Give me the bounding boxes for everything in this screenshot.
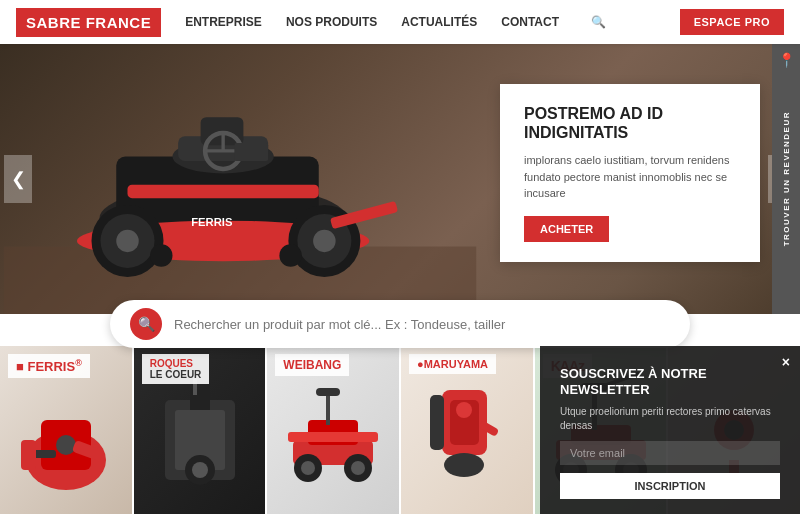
svg-point-49 — [456, 402, 472, 418]
svg-rect-6 — [128, 185, 319, 199]
brand-ferris-image — [11, 360, 121, 500]
newsletter-email-input[interactable] — [560, 441, 780, 465]
newsletter-description: Utque proeliorium periti rectores primo … — [560, 405, 780, 433]
espace-pro-button[interactable]: ESPACE PRO — [680, 9, 784, 35]
brand-weibang-logo: WEIBANG — [275, 354, 349, 376]
hero-prev-button[interactable]: ❮ — [4, 155, 32, 203]
header: SABRE FRANCE ENTREPRISE NOS PRODUITS ACT… — [0, 0, 800, 44]
newsletter-submit-button[interactable]: INSCRIPTION — [560, 473, 780, 499]
hero-description: implorans caelo iustitiam, torvum renide… — [524, 152, 736, 202]
acheter-button[interactable]: ACHETER — [524, 216, 609, 242]
mower-svg: FERRIS — [0, 44, 480, 314]
svg-point-32 — [192, 462, 208, 478]
search-input[interactable] — [174, 317, 670, 332]
brand-roques[interactable]: ROQUESLE COEUR — [134, 346, 268, 514]
revendeur-strip[interactable]: 📍 TROUVER UN REVENDEUR — [772, 44, 800, 314]
svg-point-14 — [150, 244, 173, 267]
revendeur-label: TROUVER UN REVENDEUR — [782, 111, 791, 246]
svg-text:FERRIS: FERRIS — [191, 216, 233, 228]
svg-rect-21 — [234, 143, 268, 161]
search-bar-wrapper: 🔍 — [110, 300, 690, 348]
brand-maruyama-image — [412, 360, 522, 500]
svg-rect-43 — [288, 432, 378, 442]
svg-point-13 — [313, 230, 336, 253]
logo[interactable]: SABRE FRANCE — [16, 8, 161, 37]
newsletter-title: SOUSCRIVEZ À NOTRE NEWSLETTER — [560, 366, 780, 397]
brand-roques-logo: ROQUESLE COEUR — [142, 354, 210, 384]
search-icon-button[interactable]: 🔍 — [130, 308, 162, 340]
search-icon: 🔍 — [138, 316, 155, 332]
brand-weibang[interactable]: WEIBANG — [267, 346, 401, 514]
brand-weibang-image — [278, 360, 388, 500]
svg-point-25 — [56, 435, 76, 455]
svg-rect-28 — [21, 440, 36, 470]
hero-title: POSTREMO AD ID INDIGNITATIS — [524, 104, 736, 142]
svg-rect-42 — [316, 388, 340, 396]
nav-item-entreprise[interactable]: ENTREPRISE — [185, 15, 262, 29]
location-icon: 📍 — [778, 52, 795, 68]
nav: ENTREPRISE NOS PRODUITS ACTUALITÉS CONTA… — [185, 15, 680, 29]
brand-maruyama[interactable]: ●MARUYAMA — [401, 346, 535, 514]
search-bar: 🔍 — [110, 300, 690, 348]
brand-ferris[interactable]: ■ FERRIS® — [0, 346, 134, 514]
svg-point-40 — [351, 461, 365, 475]
svg-rect-48 — [430, 395, 444, 450]
hero-card: POSTREMO AD ID INDIGNITATIS implorans ca… — [500, 84, 760, 262]
newsletter-close-button[interactable]: × — [782, 354, 790, 370]
nav-item-nos-produits[interactable]: NOS PRODUITS — [286, 15, 377, 29]
brand-ferris-logo: ■ FERRIS® — [8, 354, 90, 378]
hero-section: FERRIS ❮ ❯ POSTREMO AD ID INDIGNITATIS i… — [0, 44, 800, 314]
newsletter-popup: × SOUSCRIVEZ À NOTRE NEWSLETTER Utque pr… — [540, 346, 800, 514]
nav-item-contact[interactable]: CONTACT — [501, 15, 559, 29]
nav-item-actualites[interactable]: ACTUALITÉS — [401, 15, 477, 29]
svg-point-10 — [116, 230, 139, 253]
brand-maruyama-logo: ●MARUYAMA — [409, 354, 496, 374]
svg-point-39 — [301, 461, 315, 475]
svg-point-15 — [279, 244, 302, 267]
mower-image: FERRIS — [0, 44, 480, 314]
svg-point-46 — [444, 453, 484, 477]
search-icon[interactable]: 🔍 — [591, 15, 606, 29]
